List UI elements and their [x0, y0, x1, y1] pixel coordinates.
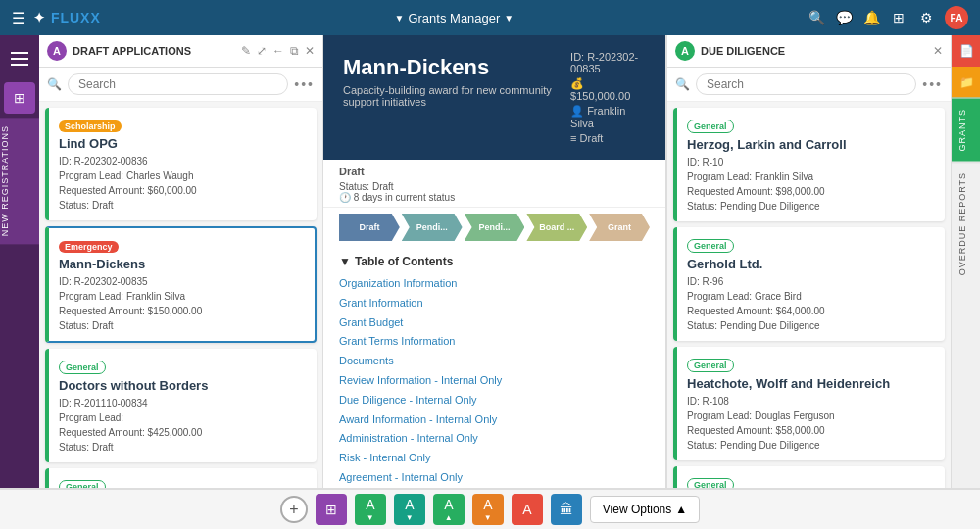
step-pend2[interactable]: Pendi... — [465, 214, 525, 241]
draft-card-1[interactable]: Scholarship Lind OPG ID: R-202302-00836 … — [45, 108, 317, 220]
bell-icon[interactable]: 🔔 — [862, 9, 880, 26]
draft-window-icon[interactable]: ⧉ — [290, 44, 299, 58]
app-meta: ID: R-202302-00835 💰 $150,000.00 👤 Frank… — [570, 51, 646, 144]
toc-link-admin[interactable]: Administration - Internal Only — [339, 429, 650, 449]
dd-close-icon[interactable]: ✕ — [933, 44, 943, 58]
dd-detail-2: ID: R-96 Program Lead: Grace Bird Reques… — [687, 274, 935, 333]
draft-applications-panel: A DRAFT APPLICATIONS ✎ ⤢ ← ⧉ ✕ 🔍 ••• Sch… — [39, 35, 323, 529]
step-draft[interactable]: Draft — [339, 214, 400, 241]
sidebar-new-registrations-label[interactable]: NEW REGISTRATIONS — [0, 118, 39, 244]
toc-link-due-diligence[interactable]: Due Diligence - Internal Only — [339, 391, 650, 410]
dd-card-3[interactable]: General Heatchote, Wolff and Heidenreich… — [673, 347, 945, 460]
toc-link-budget[interactable]: Grant Budget — [339, 313, 650, 333]
step-grant[interactable]: Grant — [589, 214, 650, 241]
bottom-icon-blue[interactable]: 🏛 — [551, 494, 582, 525]
progress-bar: Draft Pendi... Pendi... Board ... Grant — [339, 214, 650, 241]
dropdown-arrow: ▼ — [504, 13, 514, 24]
middle-content: ▼ Table of Contents Organization Informa… — [323, 247, 665, 493]
hamburger-icon[interactable]: ☰ — [12, 9, 25, 27]
toc-section: ▼ Table of Contents Organization Informa… — [323, 247, 665, 493]
bottom-icon-red[interactable]: A — [512, 494, 543, 525]
right-tab-grants[interactable]: GRANTS — [952, 98, 980, 162]
draft-cards-list: Scholarship Lind OPG ID: R-202302-00836 … — [39, 102, 322, 506]
search-nav-icon[interactable]: 🔍 — [808, 9, 825, 26]
toc-link-review[interactable]: Review Information - Internal Only — [339, 371, 650, 391]
svg-rect-0 — [11, 52, 28, 54]
right-tab-overdue[interactable]: OVERDUE REPORTS — [952, 162, 980, 285]
dd-search-input[interactable] — [696, 73, 916, 95]
toc-link-terms[interactable]: Grant Terms Information — [339, 332, 650, 352]
right-tab-red-icon[interactable]: 📄 — [952, 35, 980, 67]
draft-expand-icon[interactable]: ⤢ — [257, 44, 267, 58]
card-badge-scholarship: Scholarship — [59, 120, 122, 132]
dd-card-2[interactable]: General Gerhold Ltd. ID: R-96 Program Le… — [673, 227, 945, 341]
logo-area: ☰ ✦ FLUXX — [12, 9, 101, 27]
dd-cards-list: General Herzog, Larkin and Carroll ID: R… — [667, 102, 951, 506]
toc-title: ▼ Table of Contents — [339, 255, 650, 268]
status-detail: Status: Draft 🕐 8 days in current status — [339, 181, 650, 203]
draft-close-icon[interactable]: ✕ — [305, 44, 315, 58]
bottom-icon-orange[interactable]: A ▼ — [472, 494, 504, 525]
bottom-icon-green3[interactable]: A ▲ — [433, 494, 465, 525]
sidebar-menu-icon[interactable] — [4, 43, 35, 74]
app-title-main: Mann-Dickens — [343, 55, 570, 80]
toc-link-award[interactable]: Award Information - Internal Only — [339, 410, 650, 430]
draft-collapse-icon[interactable]: ← — [272, 44, 284, 58]
svg-rect-1 — [11, 58, 28, 60]
avatar[interactable]: FA — [945, 6, 968, 29]
sidebar-home-icon[interactable]: ⊞ — [4, 82, 35, 114]
draft-search-input[interactable] — [68, 73, 288, 95]
bottom-icon-green2[interactable]: A ▼ — [394, 494, 425, 525]
add-button[interactable]: + — [280, 496, 308, 523]
toc-link-docs[interactable]: Documents — [339, 352, 650, 371]
gear-icon[interactable]: ⚙ — [917, 9, 935, 26]
card-badge-general-3: General — [59, 361, 106, 374]
left-sidebar: ⊞ NEW REGISTRATIONS — [0, 35, 39, 529]
bottom-bar: + ⊞ A ▼ A ▼ A ▲ A ▼ A 🏛 View Options ▲ — [0, 488, 980, 529]
grid-icon[interactable]: ⊞ — [890, 9, 907, 26]
right-tabs: 📄 📁 GRANTS OVERDUE REPORTS — [951, 35, 980, 529]
toc-link-agreement[interactable]: Agreement - Internal Only — [339, 468, 650, 488]
toc-link-risk[interactable]: Risk - Internal Only — [339, 449, 650, 468]
view-options-arrow: ▲ — [675, 503, 687, 516]
dd-card-1[interactable]: General Herzog, Larkin and Carroll ID: R… — [673, 108, 945, 221]
bottom-icon-purple[interactable]: ⊞ — [316, 494, 347, 525]
draft-edit-icon[interactable]: ✎ — [241, 44, 251, 58]
toc-link-org[interactable]: Organization Information — [339, 274, 650, 294]
chat-icon[interactable]: 💬 — [835, 9, 853, 26]
card-title-2: Mann-Dickens — [59, 257, 305, 271]
view-options-label: View Options — [603, 503, 671, 516]
view-options-button[interactable]: View Options ▲ — [590, 496, 700, 523]
card-detail-3: ID: R-201110-00834 Program Lead: Request… — [59, 396, 307, 455]
dd-title-1: Herzog, Larkin and Carroll — [687, 137, 935, 152]
app-status-row: ≡ Draft — [570, 132, 646, 144]
app-info: Mann-Dickens Capacity-building award for… — [343, 51, 570, 108]
card-detail-2: ID: R-202302-00835 Program Lead: Frankli… — [59, 274, 305, 333]
folder-icon: 📁 — [959, 75, 974, 89]
dd-search-icon: 🔍 — [675, 77, 690, 91]
right-tab-orange-icon[interactable]: 📁 — [952, 67, 980, 98]
dd-title-2: Gerhold Ltd. — [687, 257, 935, 271]
draft-card-2[interactable]: Emergency Mann-Dickens ID: R-202302-0083… — [45, 226, 317, 343]
card-badge-emergency: Emergency — [59, 241, 119, 253]
draft-panel-icon: A — [47, 41, 67, 61]
step-board[interactable]: Board ... — [526, 214, 587, 241]
toc-link-grant[interactable]: Grant Information — [339, 294, 650, 313]
top-navigation: ☰ ✦ FLUXX ▼ Grants Manager ▼ 🔍 💬 🔔 ⊞ ⚙ F… — [0, 0, 980, 35]
doc-icon: 📄 — [959, 44, 974, 58]
bottom-icon-green[interactable]: A ▼ — [355, 494, 386, 525]
dd-search-options[interactable]: ••• — [922, 76, 943, 92]
app-title-area[interactable]: ▼ Grants Manager ▼ — [395, 11, 514, 25]
dd-detail-3: ID: R-108 Program Lead: Douglas Ferguson… — [687, 394, 935, 453]
app-status: ≡ Draft — [570, 132, 603, 144]
draft-search-options[interactable]: ••• — [294, 76, 315, 92]
step-pend1[interactable]: Pendi... — [402, 214, 463, 241]
dd-badge-2: General — [687, 239, 734, 253]
app-lead-row: 👤 Franklin Silva — [570, 105, 646, 129]
dd-panel-title: DUE DILIGENCE — [701, 45, 927, 57]
dd-panel-header: A DUE DILIGENCE ✕ — [667, 35, 951, 68]
dd-title-3: Heatchote, Wolff and Heidenreich — [687, 376, 935, 391]
dd-detail-1: ID: R-10 Program Lead: Franklin Silva Re… — [687, 155, 935, 214]
draft-panel-header: A DRAFT APPLICATIONS ✎ ⤢ ← ⧉ ✕ — [39, 35, 322, 68]
draft-card-3[interactable]: General Doctors without Borders ID: R-20… — [45, 349, 317, 462]
